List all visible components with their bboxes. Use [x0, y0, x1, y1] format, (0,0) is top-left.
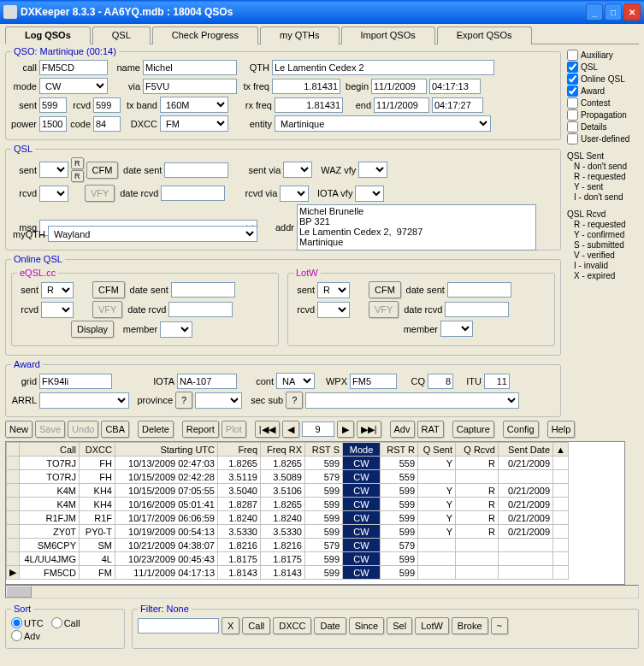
undo-button[interactable]: Undo — [68, 421, 98, 438]
tab-my-qths[interactable]: my QTHs — [260, 27, 339, 44]
capture-button[interactable]: Capture — [452, 421, 494, 438]
col-freq-rx[interactable]: Freq RX — [261, 443, 305, 457]
cba-button[interactable]: CBA — [101, 421, 129, 438]
rcvd-input[interactable] — [93, 97, 121, 113]
side-check-online-qsl[interactable]: Online QSL — [567, 74, 637, 85]
tab-qsl[interactable]: QSL — [92, 27, 151, 44]
record-pos-input[interactable] — [302, 421, 334, 437]
eqsl-date-sent-input[interactable] — [171, 282, 235, 298]
filter-date-button[interactable]: Date — [314, 617, 346, 634]
filter-since-button[interactable]: Since — [349, 617, 385, 634]
rat-button[interactable]: RAT — [417, 421, 444, 438]
tx-freq-input[interactable] — [272, 79, 340, 94]
lotw-sent-select[interactable]: R — [317, 282, 350, 298]
table-row[interactable]: ▶FM5CDFM11/1/2009 04:17:131.81431.814359… — [7, 566, 569, 580]
eqsl-display-button[interactable]: Display — [71, 321, 114, 338]
arrl-select[interactable] — [39, 392, 129, 409]
side-check-contest[interactable]: Contest — [567, 97, 637, 109]
qsl-sent-select[interactable] — [39, 162, 68, 178]
lotw-member-select[interactable] — [440, 321, 473, 337]
rx-freq-input[interactable] — [275, 97, 343, 113]
filter-dxcc-button[interactable]: DXCC — [273, 617, 311, 634]
config-button[interactable]: Config — [503, 421, 539, 438]
side-check-propagation[interactable]: Propagation — [567, 109, 637, 121]
col-q-rcvd[interactable]: Q Rcvd — [456, 443, 499, 457]
qsl-cfm-button[interactable]: CFM — [86, 162, 119, 179]
secsub-help-button[interactable]: ? — [286, 392, 303, 409]
first-button[interactable]: |◀◀ — [255, 421, 280, 438]
grid-horizontal-scrollbar[interactable] — [5, 585, 639, 598]
filter-broke-button[interactable]: Broke — [452, 617, 488, 634]
side-check-award[interactable]: Award — [567, 85, 637, 97]
wpx-input[interactable] — [350, 374, 397, 389]
plot-button[interactable]: Plot — [222, 421, 246, 438]
lotw-rcvd-select[interactable] — [317, 302, 350, 318]
filter-sel-button[interactable]: Sel — [387, 617, 412, 634]
call-input[interactable] — [39, 60, 108, 75]
log-grid[interactable]: CallDXCCStarting UTCFreqFreq RXRST SMode… — [5, 441, 625, 585]
col-rst-r[interactable]: RST R — [381, 443, 418, 457]
col-starting-utc[interactable]: Starting UTC — [115, 443, 218, 457]
adv-button[interactable]: Adv — [390, 421, 415, 438]
side-check-qsl[interactable]: QSL — [567, 62, 637, 73]
tab-check-progress[interactable]: Check Progress — [152, 27, 258, 44]
name-input[interactable] — [143, 60, 237, 75]
filter-lotw-button[interactable]: LotW — [415, 617, 449, 634]
cq-input[interactable] — [428, 374, 453, 389]
secsub-select[interactable] — [305, 392, 519, 409]
filter-tilde-button[interactable]: ~ — [491, 617, 508, 634]
grid-input[interactable] — [39, 374, 112, 389]
qsl-vfy-button[interactable]: VFY — [85, 185, 115, 202]
col-freq[interactable]: Freq — [218, 443, 261, 457]
delete-button[interactable]: Delete — [138, 421, 174, 438]
save-button[interactable]: Save — [35, 421, 65, 438]
myqth-select[interactable]: Wayland — [48, 226, 257, 242]
end-time-input[interactable] — [432, 97, 483, 113]
tx-band-select[interactable]: 160M — [160, 97, 228, 113]
eqsl-member-select[interactable] — [160, 321, 192, 338]
eqsl-sent-select[interactable]: R — [41, 282, 74, 298]
side-check-user-defined[interactable]: User-defined — [567, 133, 637, 144]
begin-date-input[interactable] — [371, 79, 427, 94]
table-row[interactable]: K4MKH410/15/2009 07:05:553.50403.5106599… — [7, 484, 569, 498]
tab-import-qsos[interactable]: Import QSOs — [341, 27, 435, 44]
sort-utc-radio[interactable]: UTC — [11, 617, 44, 628]
col-call[interactable]: Call — [20, 443, 80, 457]
filter-clear-button[interactable]: X — [222, 617, 239, 634]
qsl-sent-via-select[interactable] — [283, 162, 312, 178]
eqsl-vfy-button[interactable]: VFY — [92, 301, 122, 318]
qsl-r1-button[interactable]: R — [71, 157, 84, 169]
col-sent-date[interactable]: Sent Date — [499, 443, 553, 457]
begin-time-input[interactable] — [429, 79, 481, 94]
province-help-button[interactable]: ? — [175, 392, 192, 409]
cont-select[interactable]: NA — [276, 373, 315, 389]
mode-select[interactable]: CW — [39, 78, 108, 94]
sort-call-radio[interactable]: Call — [51, 617, 80, 628]
col-mode[interactable]: Mode — [343, 443, 381, 457]
table-row[interactable]: TO7RJFH10/13/2009 02:47:031.82651.826559… — [7, 457, 569, 470]
qsl-waz-select[interactable] — [358, 162, 387, 178]
eqsl-cfm-button[interactable]: CFM — [92, 281, 125, 298]
help-button[interactable]: Help — [547, 421, 576, 438]
minimize-button[interactable]: _ — [586, 3, 603, 21]
dxcc-select[interactable]: FM — [160, 115, 228, 132]
qsl-rcvd-via-select[interactable] — [280, 186, 309, 202]
table-row[interactable]: R1FJMR1F10/17/2009 06:06:591.82401.82405… — [7, 511, 569, 525]
col-rst-s[interactable]: RST S — [305, 443, 343, 457]
table-row[interactable]: SM6CPYSM10/21/2009 04:38:071.82161.82165… — [7, 539, 569, 552]
sort-adv-radio[interactable]: Adv — [11, 630, 40, 641]
col-dxcc[interactable]: DXCC — [80, 443, 115, 457]
tab-export-qsos[interactable]: Export QSOs — [437, 27, 532, 44]
qsl-iota-select[interactable] — [355, 186, 384, 202]
lotw-vfy-button[interactable]: VFY — [369, 301, 399, 318]
tab-log-qsos[interactable]: Log QSOs — [5, 27, 91, 44]
side-check-details[interactable]: Details — [567, 121, 637, 133]
table-row[interactable]: K4MKH410/16/2009 05:01:411.82871.8265599… — [7, 498, 569, 511]
code-input[interactable] — [93, 116, 121, 132]
table-row[interactable]: 4L/UU4JMG4L10/23/2009 00:45:431.81751.81… — [7, 552, 569, 566]
sent-input[interactable] — [39, 97, 67, 113]
filter-text-input[interactable] — [138, 618, 219, 634]
iota-input[interactable] — [177, 374, 237, 389]
last-button[interactable]: ▶▶| — [357, 421, 381, 438]
filter-call-button[interactable]: Call — [242, 617, 270, 634]
